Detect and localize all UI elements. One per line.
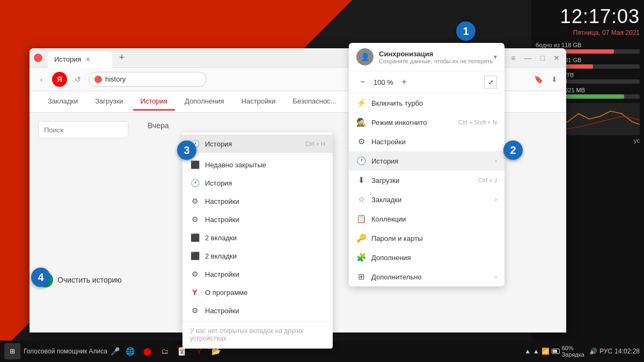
battery-icon [552, 349, 560, 354]
close-button[interactable]: ✕ [551, 53, 562, 63]
bookmark-icon[interactable]: 🔖 [532, 73, 545, 86]
context-settings-1-label: Настройки [205, 197, 239, 205]
tab-downloads[interactable]: Загрузки [87, 93, 130, 110]
dropdown-turbo[interactable]: ⚡ Включить турбо [349, 93, 504, 113]
clear-history-button[interactable]: ✓ Очистить историю [38, 272, 128, 287]
context-recent-icon: ⬛ [190, 160, 200, 169]
app-icon-3[interactable]: 🗂 [157, 344, 172, 359]
dropdown-passwords[interactable]: 🔑 Пароли и карты [349, 228, 504, 248]
zoom-out-button[interactable]: − [356, 76, 369, 88]
sync-title: Синхронизация [379, 50, 493, 58]
tab-settings[interactable]: Настройки [234, 93, 283, 110]
yandex-logo[interactable]: Я [52, 72, 67, 87]
addons-icon: 🧩 [356, 253, 366, 262]
context-item-header[interactable]: 🕐 История Ctrl + H [182, 135, 333, 153]
sound-icon[interactable]: 🔊 [589, 348, 597, 355]
tab-close-button[interactable]: ✕ [85, 56, 91, 63]
search-input[interactable] [38, 121, 128, 138]
start-button[interactable]: ⊞ [4, 343, 20, 359]
context-about-label: О программе [205, 289, 248, 297]
context-menu: 🕐 История Ctrl + H ⬛ Недавно закрытые 🕐 … [182, 132, 333, 349]
context-tabs-2[interactable]: ⬛ 2 вкладки [182, 247, 333, 265]
address-bar-actions: 🔖 ⬇ [532, 73, 561, 86]
context-tabs-2-label: 2 вкладки [205, 252, 237, 260]
dropdown-addons[interactable]: 🧩 Дополнения [349, 248, 504, 267]
url-favicon-icon [94, 76, 102, 83]
app-icon-2[interactable]: ⬤ [140, 344, 155, 359]
clock-tray: 14:02:28 [614, 348, 640, 355]
badge-4-marker: 4 [31, 268, 50, 287]
badge-2-marker: 2 [503, 141, 523, 160]
context-settings-1[interactable]: ⚙ Настройки [182, 192, 333, 210]
dropdown-bookmarks[interactable]: ☆ Закладки › [349, 190, 504, 209]
dropdown-incognito[interactable]: 🕵 Режим инкогнито Ctrl + Shift + N [349, 113, 504, 132]
context-recent-closed[interactable]: ⬛ Недавно закрытые [182, 156, 333, 174]
badge-2-number: 2 [510, 144, 516, 157]
settings-icon: ⚙ [356, 137, 366, 146]
zoom-expand-button[interactable]: ⤢ [484, 76, 497, 88]
more-icon: ⊞ [356, 272, 366, 282]
sync-subtitle: Сохраните данные, чтобы их не потерять [379, 58, 493, 64]
zoom-in-button[interactable]: + [398, 76, 411, 88]
back-button[interactable]: ‹ [35, 73, 48, 86]
tab-history-nav[interactable]: История [133, 93, 175, 110]
passwords-icon: 🔑 [356, 233, 366, 243]
context-settings-2[interactable]: ⚙ Настройки [182, 210, 333, 228]
maximize-button[interactable]: □ [538, 53, 547, 63]
tab-addons[interactable]: Дополнения [177, 93, 232, 110]
turbo-label: Включить турбо [371, 99, 423, 107]
more-label: Дополнительно [371, 273, 422, 281]
tab-bookmarks[interactable]: Закладки [40, 93, 85, 110]
refresh-button[interactable]: ↺ [71, 73, 84, 86]
context-settings-4[interactable]: ⚙ Настройки [182, 301, 333, 320]
addons-label: Дополнения [371, 254, 411, 262]
sync-chevron-icon: ▾ [494, 53, 497, 61]
url-bar[interactable]: history [89, 72, 207, 87]
zoom-level: 100 % [374, 78, 393, 86]
badge-4-number: 4 [38, 271, 43, 284]
app-icon-1[interactable]: 🌐 [123, 344, 138, 359]
assistant-label: Голосовой помощник Алиса [24, 348, 107, 355]
badge-1-number: 1 [463, 25, 469, 38]
context-settings-3[interactable]: ⚙ Настройки [182, 265, 333, 283]
passwords-label: Пароли и карты [371, 234, 423, 242]
back-favicon [34, 54, 46, 62]
dropdown-downloads[interactable]: ⬇ Загрузки Ctrl + J [349, 171, 504, 190]
tab-history[interactable]: История ✕ [48, 51, 112, 68]
bookmarks-chevron-icon: › [495, 196, 497, 203]
lang-label: РУС [599, 348, 612, 355]
context-hist-icon: 🕐 [190, 178, 200, 188]
context-title-shortcut: Ctrl + H [305, 141, 325, 147]
downloads-shortcut: Ctrl + J [478, 177, 497, 183]
context-about-icon: Y [190, 287, 200, 297]
context-about[interactable]: Y О программе [182, 283, 333, 301]
clear-history-label: Очистить историю [57, 276, 122, 284]
battery-label: 60% Зарядка [562, 345, 588, 358]
dropdown-sync-header[interactable]: 👤 Синхронизация Сохраните данные, чтобы … [349, 43, 504, 71]
network-icon: ▲ [524, 348, 531, 355]
dropdown-more[interactable]: ⊞ Дополнительно › [349, 267, 504, 286]
battery-indicator: 60% Зарядка [552, 345, 587, 358]
sync-info: Синхронизация Сохраните данные, чтобы их… [379, 50, 493, 64]
minimize-button[interactable]: — [522, 53, 534, 63]
context-tabs-1[interactable]: ⬛ 2 вкладки [182, 228, 333, 247]
context-settings-4-icon: ⚙ [190, 306, 200, 315]
microphone-icon[interactable]: 🎤 [111, 347, 120, 356]
dropdown-collections[interactable]: 📋 Коллекции [349, 209, 504, 228]
badge-1-marker: 1 [456, 21, 475, 41]
download-icon[interactable]: ⬇ [548, 73, 561, 86]
collections-label: Коллекции [371, 215, 406, 223]
context-history-item[interactable]: 🕐 История [182, 174, 333, 192]
incognito-icon: 🕵 [356, 117, 366, 127]
collections-icon: 📋 [356, 214, 366, 224]
zoom-row: − 100 % + ⤢ [349, 71, 504, 93]
menu-icon[interactable]: ≡ [509, 53, 517, 63]
incognito-label: Режим инкогнито [371, 119, 427, 127]
new-tab-button[interactable]: + [115, 51, 128, 64]
dropdown-history[interactable]: 🕐 История › [349, 151, 504, 171]
context-tabs-1-label: 2 вкладки [205, 234, 237, 242]
tab-security[interactable]: Безопаснос... [285, 93, 343, 110]
history-chevron-icon: › [495, 157, 497, 165]
dropdown-settings[interactable]: ⚙ Настройки [349, 132, 504, 151]
system-tray: ▲ ▲ 📶 60% Зарядка 🔊 РУС 14:02:28 [531, 341, 644, 362]
